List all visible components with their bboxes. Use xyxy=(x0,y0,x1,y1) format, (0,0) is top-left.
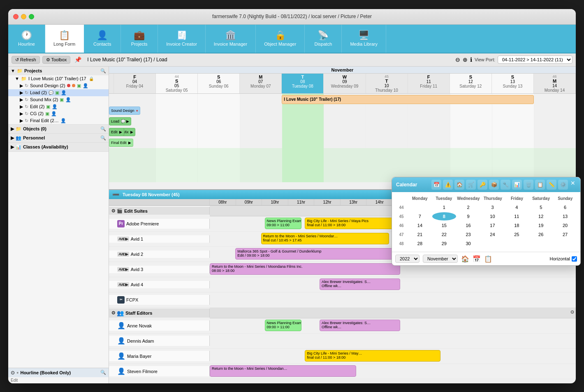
cal-day-11[interactable]: 11 xyxy=(505,212,528,220)
cal-icon-chart[interactable]: 📊 xyxy=(512,180,522,190)
cal-footer-cal-icon[interactable]: 📅 xyxy=(473,255,481,263)
cal-icon-ruler[interactable]: 📏 xyxy=(547,180,556,190)
cal-month-select[interactable]: November xyxy=(423,255,458,263)
project-main-item[interactable]: ▼ 📁 I Love Music (10" Trailer) (17 🔒 xyxy=(8,75,109,82)
cal-day-28[interactable]: 28 xyxy=(408,239,432,248)
nav-longform[interactable]: 📋 Long Form xyxy=(45,25,84,53)
staff-editors-collapse[interactable]: ⊙ xyxy=(111,310,115,315)
minimize-button[interactable] xyxy=(21,14,26,19)
cal-icon-key[interactable]: 🔑 xyxy=(477,180,487,190)
anne-event-2[interactable]: Alex Brewer Investigates: S… Offline wk… xyxy=(320,320,400,331)
cal-icon-tool[interactable]: 🔧 xyxy=(501,180,510,190)
objects-header[interactable]: ▶ 📁 Objects (0) 🔍 xyxy=(8,125,109,133)
hourline-sidebar-header[interactable]: ⊙ ● Hourline (Booked Only) 🔍 xyxy=(8,368,109,377)
cal-day-10[interactable]: 10 xyxy=(481,212,505,220)
personnel-header[interactable]: ▶ 👥 Personnel 🔍 xyxy=(8,134,109,142)
final-edit-bar[interactable]: Final Edit ▶ xyxy=(109,139,133,147)
avid3-event-1[interactable]: Return to the Moon - Mini Series / Moond… xyxy=(210,263,400,275)
project-gantt-bar[interactable]: I Love Music (10" Trailer) (17) xyxy=(282,95,534,104)
personnel-search-icon[interactable]: 🔍 xyxy=(100,135,106,141)
nav-next-icon[interactable]: ⊕ xyxy=(463,56,468,63)
cal-day-15[interactable]: 15 xyxy=(432,221,456,230)
nav-dispatch[interactable]: 📡 Dispatch xyxy=(305,25,342,53)
cal-year-select[interactable]: 2022 xyxy=(395,255,419,263)
projects-search-icon[interactable]: 🔍 xyxy=(100,68,106,74)
horizontal-checkbox[interactable] xyxy=(572,256,576,262)
avid4-event-1[interactable]: Alex Brewer Investigates: S… Offline wk… xyxy=(320,278,400,290)
cal-footer-date-icon[interactable]: 📋 xyxy=(484,255,492,263)
cal-day-13[interactable]: 13 xyxy=(553,212,576,220)
cal-day-14[interactable]: 14 xyxy=(408,221,432,230)
cal-day-23[interactable]: 23 xyxy=(457,230,480,239)
cal-day-21[interactable]: 21 xyxy=(408,230,432,239)
hourline-collapse-btn[interactable]: ⊙ xyxy=(11,370,15,376)
cal-day-16[interactable]: 16 xyxy=(457,221,480,230)
cal-day-19[interactable]: 19 xyxy=(529,221,553,230)
cal-day-25[interactable]: 25 xyxy=(505,230,528,239)
cal-day-2[interactable]: 2 xyxy=(457,203,480,211)
cal-day-17[interactable]: 17 xyxy=(481,221,505,230)
cal-icon-alert[interactable]: ⚠️ xyxy=(443,180,453,190)
cal-day-12[interactable]: 12 xyxy=(529,212,553,220)
objects-search-icon[interactable]: 🔍 xyxy=(100,126,106,132)
cal-day-3[interactable]: 3 xyxy=(481,203,505,211)
cal-icon-house[interactable]: 🏠 xyxy=(454,180,464,190)
cal-popup-close[interactable]: ✕ xyxy=(570,180,576,186)
steven-event-1[interactable]: Return to the Moon - Mini Series / Moond… xyxy=(210,365,356,377)
cal-day-7[interactable]: 7 xyxy=(408,212,432,220)
staff-editors-right-icon[interactable]: ⊙ xyxy=(569,308,576,316)
cal-day-4[interactable]: 4 xyxy=(505,203,528,211)
cal-icon-trash[interactable]: 🗑️ xyxy=(524,180,533,190)
sidebar-sound-design[interactable]: ▶ ↻ Sound Design (2) ▣ 👤 xyxy=(8,82,109,89)
sidebar-final-edit[interactable]: ▶ ↻ Final Edit (2… 👤 xyxy=(8,117,109,124)
classes-header[interactable]: ▶ 📊 Classes (Availability) xyxy=(8,143,109,151)
cal-icon-gear[interactable]: ⚙️ xyxy=(558,180,568,190)
avid2-event-1[interactable]: Mallorca 365 Spot - Golf & Gourmet / Dun… xyxy=(235,248,403,260)
nav-invoice-creator[interactable]: 🧾 Invoice Creator xyxy=(158,25,206,53)
toolbox-button[interactable]: ⚙ Toolbox xyxy=(42,56,71,64)
cal-day-22[interactable]: 22 xyxy=(432,230,456,239)
cal-day-26[interactable]: 26 xyxy=(529,230,553,239)
cal-icon-cart[interactable]: 🛒 xyxy=(466,180,476,190)
cal-day-30[interactable]: 30 xyxy=(457,239,480,248)
premiere-event-1[interactable]: News Planning Exampl… 09:00 > 11:00 xyxy=(265,218,301,229)
nav-object-manager[interactable]: 🔒 Object Manager xyxy=(256,25,305,53)
hourline-search-btn[interactable]: 🔍 xyxy=(100,370,106,375)
viewport-select[interactable]: 04-11-2022 > 14-11-2022 (11) xyxy=(498,56,572,64)
cal-icon-box[interactable]: 📦 xyxy=(489,180,499,190)
nav-media-library[interactable]: 🖥️ Media Library xyxy=(342,25,386,53)
cal-icon-cal[interactable]: 📅 xyxy=(431,180,441,190)
close-button[interactable] xyxy=(13,14,19,19)
avid1-event-1[interactable]: Return to the Moon - Mini Series / Moond… xyxy=(261,233,389,244)
refresh-button[interactable]: ↺ Refresh xyxy=(12,56,40,64)
nav-info-icon[interactable]: ℹ xyxy=(470,56,472,63)
nav-projects[interactable]: 💼 Projects xyxy=(121,25,158,53)
edit-bar[interactable]: Edit ▶ xyxy=(109,128,124,136)
cal-day-1[interactable]: 1 xyxy=(432,203,456,211)
projects-header[interactable]: ▼ 📁 Projects 🔍 xyxy=(8,67,109,75)
cal-day-6[interactable]: 6 xyxy=(553,203,576,211)
nav-invoice-manager[interactable]: 🏛️ Invoice Manager xyxy=(206,25,256,53)
sidebar-edit[interactable]: ▶ ↻ Edit (2) ▣ 👤 xyxy=(8,103,109,110)
nav-hourline[interactable]: 🕐 Hourline xyxy=(8,25,45,53)
cal-day-24[interactable]: 24 xyxy=(481,230,505,239)
cal-day-8-today[interactable]: 8 xyxy=(432,212,456,220)
cal-day-27[interactable]: 27 xyxy=(553,230,576,239)
cal-day-5[interactable]: 5 xyxy=(529,203,553,211)
nav-contacts[interactable]: 👤 Contacts xyxy=(84,25,121,53)
hourline-minus-btn[interactable]: ➖ xyxy=(112,191,119,198)
maria-event-1[interactable]: Big City Life - Mini Series / May… final… xyxy=(305,350,440,362)
maximize-button[interactable] xyxy=(29,14,34,19)
cal-day-18[interactable]: 18 xyxy=(505,221,528,230)
cal-day-29[interactable]: 29 xyxy=(432,239,456,248)
sidebar-sound-mix[interactable]: ▶ ↻ Sound Mix (2) ▣ 👤 xyxy=(8,96,109,103)
cal-day-20[interactable]: 20 xyxy=(553,221,576,230)
load-bar[interactable]: Load 💬 ▶ xyxy=(109,117,131,125)
cal-icon-clip[interactable]: 📋 xyxy=(535,180,545,190)
cal-empty-1[interactable] xyxy=(408,203,432,211)
sound-design-bar[interactable]: Sound Design ● xyxy=(109,107,140,115)
edit-suites-collapse[interactable]: ⊙ xyxy=(111,208,115,213)
anne-event-1[interactable]: News Planning Exampl… 09:00 > 11:00 xyxy=(265,320,301,331)
nav-prev-icon[interactable]: ⊖ xyxy=(455,56,460,63)
cal-day-9[interactable]: 9 xyxy=(457,212,480,220)
